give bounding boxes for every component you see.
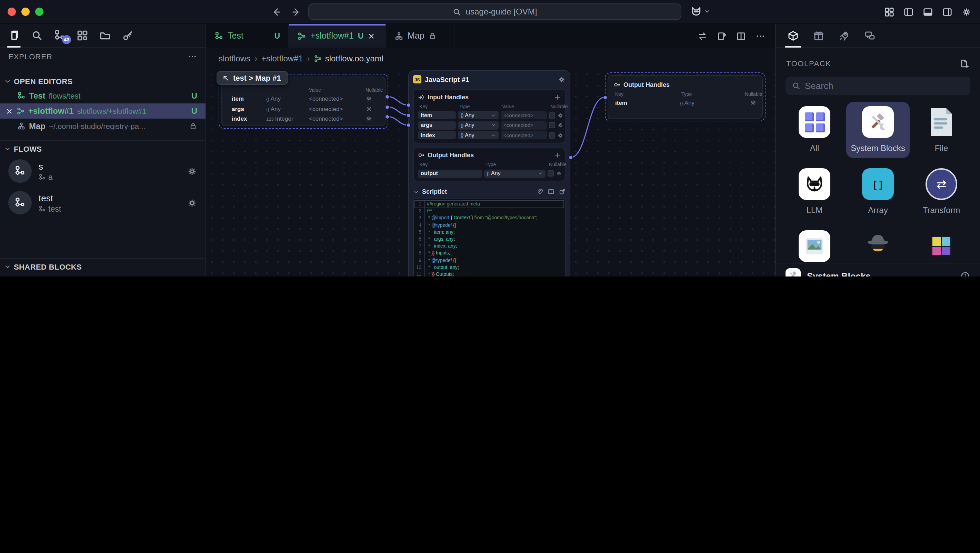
open-editor-slotflow[interactable]: +slotflow#1 slotflows/+slotflow#1 U — [0, 103, 205, 119]
open-editor-map[interactable]: Map ~/.oomol-studio/registry-pa... — [0, 119, 205, 134]
port-js-args[interactable] — [406, 113, 411, 118]
attach-icon[interactable] — [536, 188, 543, 195]
nullable-checkbox[interactable] — [549, 132, 555, 138]
output-node[interactable]: Output Handles KeyTypeNullable item {}An… — [608, 75, 763, 119]
toolpack-system-blocks[interactable]: System Blocks — [846, 102, 910, 158]
scriptlet-section-header[interactable]: Scriptlet — [413, 186, 566, 198]
key-input[interactable]: index — [418, 131, 456, 139]
compare-changes-icon[interactable] — [697, 31, 708, 41]
flows-header[interactable]: FLOWS — [0, 140, 205, 155]
open-external-icon[interactable] — [558, 188, 566, 195]
flow-item-s[interactable]: s a — [0, 155, 205, 187]
port-js-index[interactable] — [406, 123, 411, 127]
key-input[interactable]: args — [418, 121, 456, 129]
open-editors-header[interactable]: OPEN EDITORS — [0, 75, 205, 88]
more-actions-icon[interactable] — [755, 31, 765, 41]
gear-icon[interactable] — [557, 132, 563, 138]
toggle-panel-icon[interactable] — [923, 6, 933, 17]
port-output-item[interactable] — [602, 95, 607, 100]
gear-icon[interactable] — [557, 112, 563, 118]
toolpack-all[interactable]: All — [783, 102, 846, 158]
nullable-checkbox[interactable] — [549, 122, 555, 128]
javascript-node[interactable]: JS JavaScript #1 Input Handles KeyTypeVa… — [408, 70, 570, 276]
nullable-checkbox[interactable] — [547, 170, 554, 176]
explorer-more-icon[interactable] — [188, 52, 197, 61]
info-icon[interactable] — [960, 271, 970, 276]
port-map-item[interactable] — [385, 94, 390, 99]
value-field[interactable]: <connected> — [501, 131, 547, 139]
toolpack-comic[interactable] — [910, 226, 973, 266]
gear-icon[interactable] — [366, 95, 372, 102]
tab-toolpack-blocks[interactable] — [786, 24, 800, 47]
history-forward-button[interactable] — [291, 6, 301, 17]
gear-icon[interactable] — [187, 197, 197, 208]
flow-item-test[interactable]: test test — [0, 187, 205, 219]
toggle-sidebar-icon[interactable] — [904, 6, 914, 17]
type-select[interactable]: {}Any — [484, 169, 546, 178]
toolpack-search-field[interactable] — [786, 76, 970, 95]
gear-icon[interactable] — [366, 116, 372, 122]
add-input-icon[interactable] — [554, 94, 561, 100]
gear-icon[interactable] — [556, 170, 562, 176]
close-icon[interactable] — [6, 107, 13, 115]
map-node-selection[interactable]: test > Map #1 ValueNullable item {}Any <… — [219, 74, 388, 129]
add-output-icon[interactable] — [554, 152, 561, 159]
tab-test[interactable]: Test U — [206, 24, 289, 48]
mascot-menu-icon[interactable] — [690, 6, 702, 17]
type-select[interactable]: {}Any — [458, 111, 499, 119]
gear-icon[interactable] — [187, 166, 197, 176]
activity-secrets-button[interactable] — [121, 24, 134, 47]
toolpack-image[interactable] — [783, 226, 846, 266]
split-editor-icon[interactable] — [736, 31, 746, 41]
map-node-chip[interactable]: test > Map #1 — [216, 71, 289, 85]
port-map-args[interactable] — [385, 105, 390, 109]
shared-blocks-header[interactable]: SHARED BLOCKS — [0, 258, 205, 273]
port-js-output[interactable] — [568, 155, 573, 160]
type-select[interactable]: {}Any — [458, 121, 499, 129]
tab-marketplace[interactable] — [812, 24, 826, 47]
tab-slotflow[interactable]: +slotflow#1 U — [289, 24, 386, 48]
value-field[interactable]: <connected> — [501, 111, 547, 119]
toggle-secondary-sidebar-icon[interactable] — [942, 6, 952, 17]
tab-chat[interactable] — [863, 24, 877, 47]
activity-search-button[interactable] — [30, 24, 43, 47]
shared-block-adder[interactable]: Adder adder — [0, 273, 205, 276]
flow-canvas[interactable]: test > Map #1 ValueNullable item {}Any <… — [206, 69, 775, 276]
port-js-item[interactable] — [406, 103, 411, 108]
tab-map[interactable]: Map — [386, 24, 455, 48]
key-input[interactable]: output — [418, 169, 482, 178]
gear-icon[interactable] — [557, 122, 563, 128]
maximize-window-button[interactable] — [35, 8, 43, 16]
activity-flows-button[interactable]: 43 — [52, 24, 66, 47]
close-icon[interactable] — [368, 32, 375, 40]
toolpack-array[interactable]: [ ] Array — [846, 164, 910, 220]
history-back-button[interactable] — [271, 6, 282, 17]
settings-gear-icon[interactable] — [961, 6, 972, 17]
gear-icon[interactable] — [750, 99, 757, 106]
command-center-search[interactable]: usage-guide [OVM] — [308, 3, 681, 20]
new-toolpack-icon[interactable] — [959, 58, 970, 68]
minimize-window-button[interactable] — [21, 8, 30, 16]
open-changes-icon[interactable] — [717, 31, 727, 41]
activity-explorer-button[interactable] — [7, 24, 21, 47]
toolpack-llm[interactable]: LLM — [783, 164, 846, 220]
customize-layout-icon[interactable] — [884, 6, 894, 17]
open-editor-test[interactable]: Test flows/test U — [0, 88, 205, 103]
gear-icon[interactable] — [366, 105, 372, 113]
scriptlet-code-editor[interactable]: 1//#region generated meta2/**3 * @import… — [413, 198, 566, 276]
toolpack-file[interactable]: File — [910, 102, 973, 158]
value-field[interactable]: <connected> — [501, 121, 547, 129]
activity-blocks-button[interactable] — [75, 24, 89, 47]
nullable-checkbox[interactable] — [549, 112, 555, 118]
docs-icon[interactable] — [547, 188, 554, 195]
breadcrumb[interactable]: slotflows › +slotflow#1 › slotflow.oo.ya… — [206, 48, 775, 69]
gear-icon[interactable] — [558, 76, 566, 83]
toolpack-transform[interactable]: ⇄ Transform — [910, 164, 973, 220]
toolpack-scraper[interactable] — [846, 226, 910, 266]
activity-folder-button[interactable] — [98, 24, 112, 47]
toolpack-search-input[interactable] — [805, 81, 964, 91]
output-node-selection[interactable]: Output Handles KeyTypeNullable item {}An… — [605, 72, 765, 121]
key-input[interactable]: item — [418, 111, 456, 119]
tab-deploy[interactable] — [837, 24, 851, 47]
port-map-index[interactable] — [385, 114, 390, 119]
